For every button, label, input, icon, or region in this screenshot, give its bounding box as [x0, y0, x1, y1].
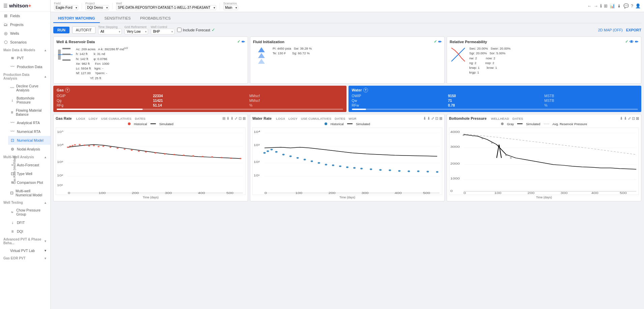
field-selector: Field Eagle-Ford	[54, 2, 78, 10]
forward-icon[interactable]: →	[594, 3, 598, 8]
sidebar-item-numerical-model[interactable]: ⊡ Numerical Model	[8, 136, 50, 145]
sidebar-item-production-data[interactable]: 〰 Production Data	[8, 62, 50, 71]
svg-text:10⁴: 10⁴	[254, 130, 260, 134]
gas-icon2[interactable]: ⬇	[226, 116, 229, 121]
time-stepping-select[interactable]: All	[98, 29, 122, 34]
sidebar-item-numerical-rta[interactable]: 〰 Numerical RTA	[8, 127, 50, 136]
gas-icon6[interactable]: ⊠	[243, 116, 246, 121]
water-tab-cumulatives[interactable]: USE CUMULATIVES	[300, 116, 332, 121]
user-icon[interactable]: 👤	[635, 3, 641, 8]
edit-icon-rp[interactable]: ✏	[635, 39, 638, 44]
export-button[interactable]: EXPORT	[626, 28, 641, 32]
gas-tab-logy[interactable]: LOGY	[88, 116, 99, 121]
water-icon3[interactable]: ⤢	[431, 116, 434, 121]
eye-icon-rp[interactable]: 👁	[629, 39, 634, 44]
info-icon[interactable]: ℹ	[600, 3, 602, 8]
sidebar-item-nodal[interactable]: ⊚ Nodal Analysis	[8, 145, 50, 153]
water-sim-line	[347, 123, 353, 124]
gas-icon4[interactable]: ⤢	[234, 116, 237, 121]
gas-icon5[interactable]: ⊡	[239, 116, 242, 121]
sidebar-item-analytical-rta[interactable]: 〰 Analytical RTA	[8, 118, 50, 127]
gas-tab-logx[interactable]: LOGX	[75, 116, 86, 121]
water-icon5[interactable]: ⊠	[439, 116, 442, 121]
svg-point-102	[491, 142, 493, 143]
water-tab-logx[interactable]: LOGX	[275, 116, 286, 121]
svg-point-42	[230, 158, 232, 159]
sidebar-item-fmb[interactable]: ≡ Flowing Material Balance	[8, 106, 50, 118]
water-tab-logy[interactable]: LOGY	[287, 116, 299, 121]
sidebar-item-dfit[interactable]: ↓ DFIT	[8, 218, 50, 227]
help-icon[interactable]: ?	[631, 3, 633, 8]
scenarios-select[interactable]: Main	[223, 5, 238, 10]
svg-point-104	[505, 154, 507, 156]
gas-tab-cumulatives[interactable]: USE CUMULATIVES	[100, 116, 133, 121]
svg-point-67	[311, 160, 313, 162]
bhp-icon4[interactable]: ⊡	[632, 116, 635, 121]
bhp-tab-dates[interactable]: DATES	[511, 116, 524, 121]
temp-icon[interactable]: 🌡	[617, 3, 621, 8]
sidebar-item-bottomhole[interactable]: ↓ Bottomhole Pressure	[8, 94, 50, 106]
topbar-right: ← → ℹ ⊞ 📊 🌡 💬 ? 👤	[587, 3, 641, 8]
logo-bar: ☰ whitson+	[0, 0, 50, 11]
edit-icon-wr[interactable]: ✏	[242, 39, 245, 44]
section-multiwell[interactable]: Multi-Well Analysis ▲	[0, 153, 50, 161]
sidebar-item-scenarios[interactable]: ⬡ Scenarios	[0, 38, 50, 47]
sidebar-item-chow-pressure[interactable]: ≈ Chow Pressure Group	[8, 206, 50, 218]
gas-icon3[interactable]: ⬇	[230, 116, 233, 121]
sidebar-item-multi-numerical[interactable]: ⊡ Multi-well Numerical Model	[8, 187, 50, 199]
water-icon4[interactable]: ⊡	[435, 116, 438, 121]
water-tab-dates[interactable]: DATES	[334, 116, 346, 121]
sidebar-item-fields[interactable]: ⊞ Fields	[0, 11, 50, 20]
grid-icon[interactable]: ⊞	[604, 3, 608, 8]
sidebar-item-dqi[interactable]: ≡ DQI	[8, 227, 50, 236]
hamburger-icon[interactable]: ☰	[3, 3, 8, 8]
grid-refinement-select[interactable]: Very Low	[124, 29, 148, 34]
check-icon-rp: ✓	[625, 39, 628, 44]
chart-icon[interactable]: 📊	[610, 3, 615, 8]
edit-icon-fi[interactable]: ✏	[438, 39, 442, 44]
tab-probabilistics[interactable]: PROBABILISTICS	[135, 14, 175, 23]
section-advanced-pvt[interactable]: Advanced PVT & Phase Beha... ▼	[0, 236, 50, 247]
bhp-icon1[interactable]: ⬇	[620, 116, 623, 121]
well-diagram	[56, 46, 73, 63]
sidebar-item-decline-curve[interactable]: 〰 Decline Curve Analysis	[8, 82, 50, 94]
tab-history-matching[interactable]: HISTORY MATCHING	[53, 14, 100, 23]
fluid-init-icons: ✓ ✏	[434, 39, 442, 44]
bhp-icon5[interactable]: ⊠	[636, 116, 639, 121]
sidebar-item-pvt[interactable]: ≋ PVT	[8, 54, 50, 62]
gas-grid: OGIP 22334 MMscf Qg 11421 MMscf RFg 51.1…	[57, 94, 343, 107]
chow-icon: ≈	[10, 210, 14, 215]
bhp-icon3[interactable]: ⤢	[628, 116, 631, 121]
chat-icon[interactable]: 💬	[623, 3, 629, 8]
field-select[interactable]: Eagle-Ford	[54, 5, 78, 10]
gas-icon1[interactable]: ⊞	[222, 116, 225, 121]
section-production-analysis[interactable]: Production Data Analysis ▲	[0, 71, 50, 82]
run-button[interactable]: RUN	[53, 27, 69, 33]
well-reservoir-data: Ac: 269 acres A·k: 392286 ft²·md1/2 h: 1…	[76, 46, 128, 81]
water-icon2[interactable]: ⬇	[427, 116, 430, 121]
section-gas-eor[interactable]: Gas EOR PVT ▼	[0, 255, 50, 262]
svg-point-35	[164, 153, 166, 154]
sidebar-item-projects[interactable]: 🗂 Projects	[0, 20, 50, 29]
sidebar-item-wells[interactable]: ◎ Wells	[0, 29, 50, 38]
water-icon1[interactable]: ⬇	[423, 116, 426, 121]
bhp-icon2[interactable]: ⬇	[624, 116, 627, 121]
well-control-select[interactable]: BHP	[151, 29, 174, 34]
section-well-testing[interactable]: Well Testing ▲	[0, 199, 50, 206]
section-main-data[interactable]: Main Data & Models ▲	[0, 47, 50, 54]
tab-sensitivities[interactable]: SENSITIVITIES	[100, 14, 136, 23]
sidebar-item-virtual-pvt[interactable]: Virtual PVT Lab ▼	[8, 247, 50, 255]
map-button[interactable]: 2D MAP (OFF)	[598, 28, 623, 32]
autofit-button[interactable]: AUTOFIT	[72, 26, 95, 34]
content: HISTORY MATCHING SENSITIVITIES PROBABILI…	[51, 12, 644, 309]
svg-point-62	[275, 151, 278, 153]
gas-progress-inner	[57, 109, 143, 110]
back-icon[interactable]: ←	[587, 3, 592, 8]
gas-tab-dates[interactable]: DATES	[134, 116, 147, 121]
water-tab-wgr[interactable]: WGR	[348, 116, 358, 121]
include-forecast-checkbox[interactable]	[177, 28, 181, 32]
bhp-tab-wellhead[interactable]: WELLHEAD	[490, 116, 510, 121]
project-select[interactable]: DQI Demo	[85, 5, 109, 10]
svg-text:500: 500	[423, 191, 430, 195]
well-select[interactable]: SPE-DATA-REPOSITORY-DATASET-1-WELL-37-PH…	[116, 5, 216, 10]
